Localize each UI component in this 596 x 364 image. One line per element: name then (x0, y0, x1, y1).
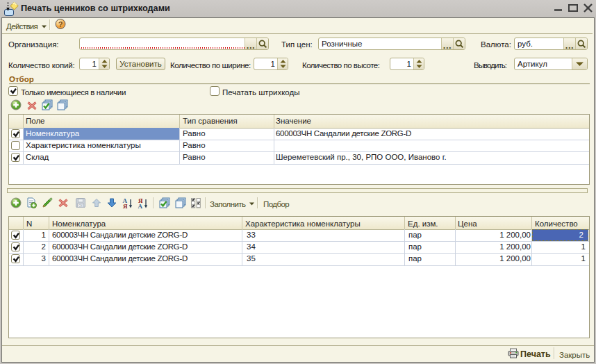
svg-text:?: ? (58, 20, 63, 28)
svg-text:А: А (138, 203, 143, 208)
svg-text:Я: Я (123, 203, 128, 208)
svg-text:ОК: ОК (78, 204, 83, 208)
